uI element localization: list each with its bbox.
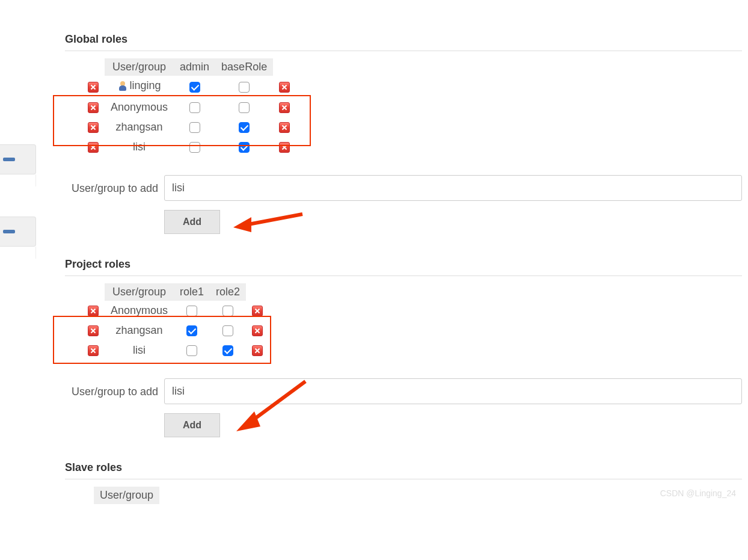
column-header-baserole: baseRole xyxy=(215,58,273,76)
delete-icon[interactable] xyxy=(279,122,290,133)
user-cell: lisi xyxy=(105,137,174,157)
table-row: zhangsan xyxy=(82,321,269,340)
column-header-user-group: User/group xyxy=(94,487,159,504)
user-cell: Anonymous xyxy=(105,301,174,321)
role-checkbox[interactable] xyxy=(189,102,200,113)
global-roles-table: User/group admin baseRole lingingAnonymo… xyxy=(82,58,296,157)
role-checkbox[interactable] xyxy=(186,345,197,356)
table-row: lisi xyxy=(82,340,269,360)
column-header-delete-left xyxy=(82,487,94,504)
column-header-delete-left xyxy=(82,283,105,301)
user-cell: lisi xyxy=(105,340,174,360)
project-add-input[interactable] xyxy=(164,378,742,404)
delete-icon[interactable] xyxy=(88,82,99,93)
project-roles-table: User/group role1 role2 Anonymouszhangsan… xyxy=(82,283,269,360)
role-checkbox[interactable] xyxy=(239,142,250,153)
project-roles-title: Project roles xyxy=(65,258,742,271)
table-row: zhangsan xyxy=(82,117,296,137)
user-name: Anonymous xyxy=(111,101,168,114)
column-header-delete-right xyxy=(273,58,296,76)
user-name: linging xyxy=(130,79,161,92)
column-header-admin: admin xyxy=(174,58,215,76)
delete-icon[interactable] xyxy=(252,306,263,316)
role-checkbox[interactable] xyxy=(186,325,197,336)
slave-roles-table: User/group xyxy=(82,487,159,504)
user-name: zhangsan xyxy=(115,121,162,134)
sidebar-item[interactable] xyxy=(0,217,36,247)
column-header-user-group: User/group xyxy=(105,58,174,76)
global-add-button[interactable]: Add xyxy=(164,210,220,234)
table-row: Anonymous xyxy=(82,97,296,117)
column-header-role2: role2 xyxy=(210,283,246,301)
person-icon xyxy=(118,81,127,91)
column-header-role1: role1 xyxy=(174,283,210,301)
add-label: User/group to add xyxy=(65,378,158,398)
delete-icon[interactable] xyxy=(88,325,99,336)
user-name: zhangsan xyxy=(115,324,162,337)
user-cell: zhangsan xyxy=(105,117,174,137)
role-checkbox[interactable] xyxy=(189,122,200,133)
role-checkbox[interactable] xyxy=(239,102,250,113)
delete-icon[interactable] xyxy=(279,102,290,113)
divider xyxy=(65,479,742,479)
table-row: Anonymous xyxy=(82,301,269,321)
delete-icon[interactable] xyxy=(279,142,290,153)
user-cell: Anonymous xyxy=(105,97,174,117)
divider xyxy=(65,275,742,276)
role-checkbox[interactable] xyxy=(239,122,250,133)
add-label: User/group to add xyxy=(65,175,158,195)
watermark: CSDN @Linging_24 xyxy=(660,488,736,498)
role-checkbox[interactable] xyxy=(222,345,233,356)
sidebar-bar-icon xyxy=(3,230,15,233)
delete-icon[interactable] xyxy=(279,82,290,93)
role-checkbox[interactable] xyxy=(189,82,200,93)
sidebar-item[interactable] xyxy=(0,144,36,174)
role-checkbox[interactable] xyxy=(222,325,233,336)
user-cell: zhangsan xyxy=(105,321,174,340)
global-roles-title: Global roles xyxy=(65,33,742,46)
column-header-user-group: User/group xyxy=(105,283,174,301)
divider xyxy=(65,51,742,51)
project-add-section: User/group to add Add xyxy=(65,378,742,437)
delete-icon[interactable] xyxy=(88,142,99,153)
role-checkbox[interactable] xyxy=(189,142,200,153)
sidebar-bar-icon xyxy=(3,158,15,161)
user-name: lisi xyxy=(133,141,146,153)
user-name: lisi xyxy=(133,344,146,357)
global-add-input[interactable] xyxy=(164,175,742,201)
user-cell: linging xyxy=(105,76,174,97)
role-checkbox[interactable] xyxy=(186,306,197,316)
delete-icon[interactable] xyxy=(88,122,99,133)
project-add-button[interactable]: Add xyxy=(164,413,220,437)
role-checkbox[interactable] xyxy=(222,306,233,316)
delete-icon[interactable] xyxy=(88,345,99,356)
slave-roles-title: Slave roles xyxy=(65,461,742,474)
table-row: lisi xyxy=(82,137,296,157)
table-row: linging xyxy=(82,76,296,97)
column-header-delete-right xyxy=(246,283,269,301)
global-add-section: User/group to add Add xyxy=(65,175,742,234)
delete-icon[interactable] xyxy=(252,345,263,356)
delete-icon[interactable] xyxy=(88,306,99,316)
role-checkbox[interactable] xyxy=(239,82,250,93)
column-header-delete-left xyxy=(82,58,105,76)
user-name: Anonymous xyxy=(111,304,168,317)
delete-icon[interactable] xyxy=(252,325,263,336)
delete-icon[interactable] xyxy=(88,102,99,113)
